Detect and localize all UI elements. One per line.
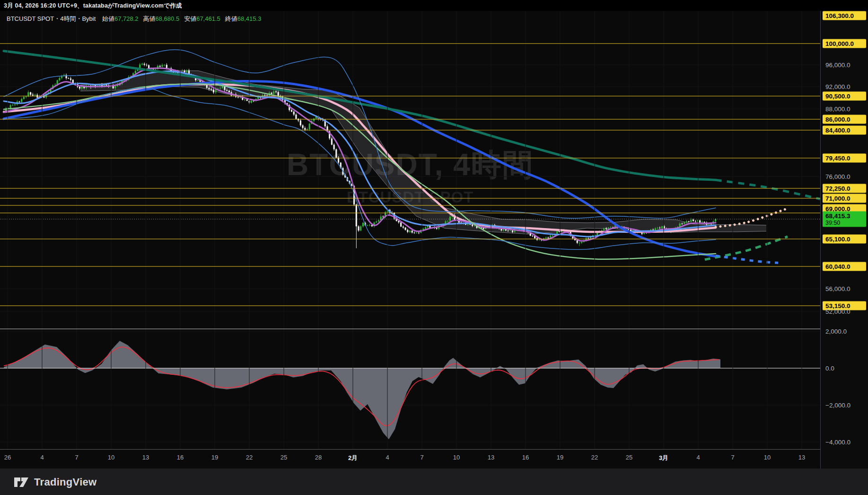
price-axis[interactable] [820, 11, 868, 468]
chart-legend[interactable]: BTCUSDT SPOT・4時間・Bybit 始値67,728.2高値68,68… [7, 15, 261, 23]
ohlc-label: 高値 [143, 15, 156, 22]
legend-ohlc-values: 始値67,728.2高値68,680.5安値67,461.5終値68,415.3 [97, 15, 261, 22]
ohlc-label: 安値 [184, 15, 196, 22]
ohlc-value: 67,461.5 [196, 15, 220, 22]
ohlc-value: 68,680.5 [156, 15, 180, 22]
time-axis[interactable] [0, 450, 820, 468]
tradingview-logo-icon [13, 475, 29, 489]
ohlc-label: 終値 [225, 15, 237, 22]
indicator-pane [0, 331, 820, 442]
ohlc-value: 67,728.2 [114, 15, 139, 22]
legend-exchange: Bybit [82, 15, 96, 22]
ohlc-value: 68,415.3 [237, 15, 262, 22]
blue-dashed-projection [716, 256, 778, 263]
teal-dashed-projection [716, 180, 820, 199]
tradingview-chart-window: 3月 04, 2026 16:20 UTC+9、takatabaがTrading… [0, 0, 868, 495]
top-attribution-bar: 3月 04, 2026 16:20 UTC+9、takatabaがTrading… [0, 0, 868, 11]
legend-symbol[interactable]: BTCUSDT SPOT [7, 15, 54, 22]
legend-interval[interactable]: 4時間 [60, 15, 76, 22]
tradingview-logo[interactable]: TradingView [13, 475, 97, 489]
price-chart-canvas[interactable] [0, 0, 868, 495]
peach-dotted-projection [716, 209, 785, 227]
price-pane [0, 50, 820, 311]
ohlc-label: 始値 [102, 15, 114, 22]
attribution-text: 3月 04, 2026 16:20 UTC+9、takatabaがTrading… [4, 2, 182, 10]
bottom-logo-bar: TradingView [0, 468, 868, 495]
tradingview-logo-text: TradingView [34, 476, 97, 488]
